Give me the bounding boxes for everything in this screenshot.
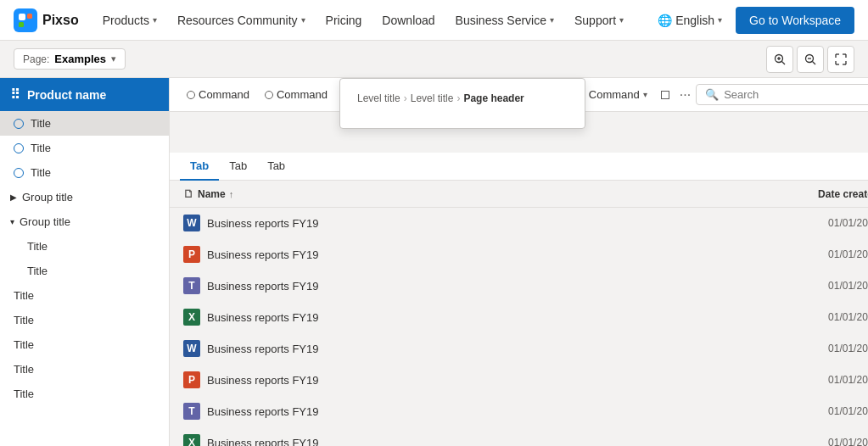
sidebar-item-title-1[interactable]: Title	[0, 111, 169, 136]
product-name: Product name	[27, 88, 106, 102]
logo: Pixso	[14, 8, 79, 32]
toolbar-actions	[766, 46, 854, 73]
file-type-icon: X	[183, 434, 200, 446]
table-row[interactable]: T Business reports FY19 01/01/2020	[170, 396, 868, 427]
sidebar: ⠿ Product name Title Title Title ▶ Group…	[0, 78, 170, 446]
svg-line-9	[813, 61, 816, 64]
logo-text: Pixso	[42, 13, 79, 28]
tab-1[interactable]: Tab	[219, 153, 257, 181]
file-type-icon: P	[183, 246, 200, 263]
table-row[interactable]: W Business reports FY19 01/01/2020	[170, 208, 868, 239]
tabs-row: Tab Tab Tab	[170, 153, 868, 181]
nav-support[interactable]: Support ▾	[568, 8, 630, 32]
chevron-right-icon: ›	[404, 92, 407, 104]
sidebar-item-title-8[interactable]: Title	[0, 382, 169, 406]
chevron-down-icon: ▾	[301, 15, 305, 25]
globe-icon: 🌐	[658, 14, 672, 27]
search-bar: 🔍	[696, 84, 868, 105]
svg-rect-1	[19, 14, 25, 20]
sidebar-item-sub-2[interactable]: Title	[0, 259, 169, 283]
file-name: X Business reports FY19	[183, 309, 319, 326]
file-type-icon: X	[183, 309, 200, 326]
sub-toolbar: Page: Examples ▾	[0, 41, 868, 78]
file-type-icon: T	[183, 277, 200, 294]
nav-download[interactable]: Download	[375, 8, 441, 32]
sidebar-item-title-2[interactable]: Title	[0, 136, 169, 160]
sidebar-item-sub-1[interactable]: Title	[0, 234, 169, 259]
command-extra-btn[interactable]	[656, 87, 675, 103]
chevron-right-icon: ▶	[10, 192, 17, 202]
file-name: X Business reports FY19	[183, 434, 319, 446]
tab-2[interactable]: Tab	[257, 153, 295, 181]
sidebar-item-title-4[interactable]: Title	[0, 283, 169, 308]
sidebar-group-1[interactable]: ▶ Group title	[0, 185, 169, 209]
file-type-icon: T	[183, 403, 200, 420]
col-name-header: 🗋 Name ↑	[183, 187, 233, 200]
file-date: 01/01/2020	[828, 437, 868, 446]
table-row[interactable]: T Business reports FY19 01/01/2020	[170, 270, 868, 302]
zoom-in-icon	[774, 53, 786, 65]
go-to-workspace-button[interactable]: Go to Workspace	[736, 7, 854, 34]
svg-rect-2	[27, 14, 32, 19]
table-row[interactable]: P Business reports FY19 01/01/2020	[170, 239, 868, 270]
chevron-down-icon: ▾	[111, 53, 116, 64]
nav-business-service[interactable]: Business Service ▾	[449, 8, 561, 32]
file-name: T Business reports FY19	[183, 277, 319, 294]
file-rows-container: W Business reports FY19 01/01/2020 P Bus…	[170, 208, 868, 446]
file-date: 01/01/2020	[828, 343, 868, 354]
svg-line-5	[782, 61, 786, 64]
sidebar-header: ⠿ Product name	[0, 78, 169, 111]
circle-icon	[265, 91, 273, 99]
chevron-down-icon: ▾	[619, 15, 624, 25]
main-container: ⠿ Product name Title Title Title ▶ Group…	[0, 78, 868, 446]
circle-icon	[661, 91, 669, 99]
file-name: W Business reports FY19	[183, 215, 319, 231]
zoom-out-icon	[804, 53, 816, 65]
content-wrapper: Command Command Command Command Command …	[170, 78, 868, 446]
grid-icon[interactable]: ⠿	[10, 86, 20, 103]
page-value: Examples	[54, 53, 106, 65]
radio-icon	[14, 168, 24, 178]
logo-icon	[14, 8, 37, 32]
top-nav: Pixso Products ▾ Resources Community ▾ P…	[0, 0, 868, 41]
nav-pricing[interactable]: Pricing	[319, 8, 369, 32]
fit-icon	[835, 53, 847, 65]
fit-button[interactable]	[827, 46, 854, 73]
sidebar-item-title-6[interactable]: Title	[0, 332, 169, 357]
table-row[interactable]: W Business reports FY19 01/01/2020	[170, 333, 868, 365]
search-icon: 🔍	[705, 88, 719, 101]
chevron-down-icon: ▾	[550, 15, 554, 25]
file-name: P Business reports FY19	[183, 246, 319, 263]
table-row[interactable]: X Business reports FY19 01/01/2020	[170, 427, 868, 446]
file-name: W Business reports FY19	[183, 340, 319, 357]
table-row[interactable]: P Business reports FY19 01/01/2020	[170, 365, 868, 396]
nav-resources[interactable]: Resources Community ▾	[171, 8, 312, 32]
file-name: T Business reports FY19	[183, 403, 319, 420]
page-label: Page:	[23, 53, 49, 65]
sidebar-item-title-3[interactable]: Title	[0, 160, 169, 185]
svg-rect-3	[19, 22, 24, 27]
file-date: 01/01/2020	[828, 374, 868, 386]
language-selector[interactable]: 🌐 English ▾	[651, 8, 729, 32]
more-options-icon[interactable]: ···	[676, 84, 694, 106]
sidebar-item-title-5[interactable]: Title	[0, 308, 169, 332]
file-type-icon: P	[183, 371, 200, 388]
table-row[interactable]: X Business reports FY19 01/01/2020	[170, 302, 868, 333]
file-date: 01/01/2020	[828, 311, 868, 323]
chevron-down-icon: ▾	[10, 217, 14, 226]
chevron-down-icon: ▾	[718, 15, 722, 25]
page-selector[interactable]: Page: Examples ▾	[14, 48, 126, 70]
sidebar-item-title-7[interactable]: Title	[0, 357, 169, 382]
sidebar-group-2[interactable]: ▾ Group title	[0, 209, 169, 234]
nav-products[interactable]: Products ▾	[96, 8, 164, 32]
search-input[interactable]	[724, 88, 868, 101]
radio-icon	[14, 119, 24, 129]
file-date: 01/01/2020	[828, 217, 868, 229]
command-btn-2[interactable]: Command	[258, 84, 334, 105]
tab-0[interactable]: Tab	[180, 153, 219, 181]
sort-icon: ↑	[229, 189, 234, 199]
file-icon-header: 🗋	[183, 187, 194, 200]
command-btn-1[interactable]: Command	[180, 84, 256, 105]
zoom-in-button[interactable]	[766, 46, 793, 73]
zoom-out-button[interactable]	[797, 46, 824, 73]
